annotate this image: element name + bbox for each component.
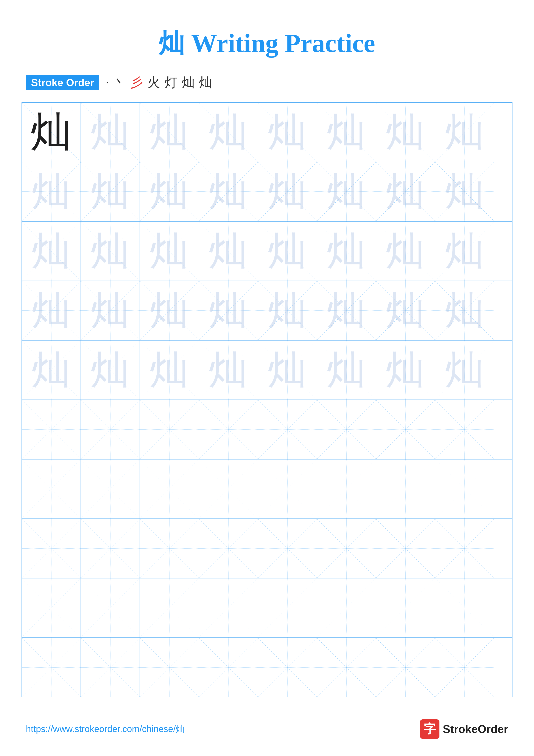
grid-cell[interactable]: 灿 (317, 340, 376, 399)
svg-line-52 (140, 281, 199, 340)
grid-cell[interactable]: 灿 (22, 281, 81, 340)
grid-cell[interactable] (376, 400, 435, 459)
grid-cell[interactable]: 灿 (81, 340, 140, 399)
svg-line-132 (140, 579, 199, 637)
grid-row: 灿灿灿灿灿灿灿灿 (22, 340, 512, 400)
grid-cell[interactable]: 灿 (199, 222, 258, 281)
grid-cell[interactable]: 灿 (140, 103, 199, 162)
grid-cell[interactable]: 灿 (258, 103, 317, 162)
grid-cell[interactable]: 灿 (376, 340, 435, 399)
svg-line-53 (140, 281, 199, 340)
grid-cell[interactable]: 灿 (258, 340, 317, 399)
grid-cell[interactable] (140, 519, 199, 578)
grid-cell[interactable] (199, 400, 258, 459)
grid-cell[interactable] (258, 638, 317, 697)
grid-cell[interactable]: 灿 (317, 103, 376, 162)
grid-cell[interactable] (22, 459, 81, 519)
grid-cell[interactable] (199, 638, 258, 697)
grid-cell[interactable] (376, 459, 435, 519)
grid-cell[interactable] (376, 519, 435, 578)
svg-line-134 (199, 579, 258, 637)
grid-cell[interactable]: 灿 (199, 281, 258, 340)
grid-cell[interactable] (435, 459, 494, 519)
grid-cell[interactable] (81, 519, 140, 578)
grid-cell[interactable] (140, 400, 199, 459)
grid-cell[interactable] (81, 579, 140, 637)
grid-cell[interactable]: 灿 (140, 162, 199, 221)
svg-line-59 (317, 281, 376, 340)
grid-cell[interactable]: 灿 (22, 103, 81, 162)
svg-line-114 (81, 519, 140, 578)
svg-line-6 (199, 103, 258, 161)
grid-cell[interactable] (435, 519, 494, 578)
grid-cell[interactable] (199, 459, 258, 519)
grid-cell[interactable]: 灿 (435, 103, 494, 162)
grid-cell[interactable] (376, 638, 435, 697)
grid-cell[interactable]: 灿 (22, 222, 81, 281)
grid-cell[interactable] (258, 400, 317, 459)
grid-cell[interactable] (317, 400, 376, 459)
grid-cell[interactable]: 灿 (435, 281, 494, 340)
svg-line-40 (258, 222, 317, 281)
grid-cell[interactable] (258, 519, 317, 578)
grid-cell[interactable]: 灿 (258, 281, 317, 340)
svg-line-12 (376, 103, 435, 161)
grid-cell[interactable] (435, 579, 494, 637)
grid-cell[interactable]: 灿 (22, 340, 81, 399)
grid-cell[interactable]: 灿 (435, 222, 494, 281)
grid-cell[interactable] (435, 400, 494, 459)
svg-line-151 (199, 638, 258, 697)
svg-line-63 (435, 281, 494, 340)
grid-cell[interactable]: 灿 (258, 222, 317, 281)
grid-cell[interactable]: 灿 (258, 162, 317, 221)
grid-cell[interactable]: 灿 (376, 222, 435, 281)
grid-cell[interactable] (199, 519, 258, 578)
grid-cell[interactable]: 灿 (199, 340, 258, 399)
grid-cell[interactable] (376, 579, 435, 637)
grid-cell[interactable]: 灿 (317, 281, 376, 340)
grid-cell[interactable] (22, 519, 81, 578)
grid-cell[interactable]: 灿 (376, 162, 435, 221)
svg-line-111 (435, 459, 494, 519)
grid-cell[interactable]: 灿 (435, 162, 494, 221)
grid-cell[interactable]: 灿 (317, 162, 376, 221)
grid-cell[interactable]: 灿 (317, 222, 376, 281)
grid-cell[interactable] (317, 638, 376, 697)
grid-cell[interactable] (140, 579, 199, 637)
grid-cell[interactable] (81, 459, 140, 519)
svg-line-47 (435, 222, 494, 281)
grid-cell[interactable] (140, 459, 199, 519)
grid-cell[interactable]: 灿 (81, 222, 140, 281)
grid-cell[interactable]: 灿 (22, 162, 81, 221)
grid-cell[interactable] (22, 400, 81, 459)
grid-cell[interactable] (435, 638, 494, 697)
grid-cell[interactable]: 灿 (81, 281, 140, 340)
grid-cell[interactable]: 灿 (199, 103, 258, 162)
grid-cell[interactable] (22, 638, 81, 697)
grid-cell[interactable]: 灿 (140, 340, 199, 399)
grid-cell[interactable] (22, 579, 81, 637)
grid-cell[interactable]: 灿 (376, 103, 435, 162)
grid-cell[interactable]: 灿 (140, 281, 199, 340)
footer-logo: 字 StrokeOrder (420, 719, 508, 739)
svg-line-107 (317, 460, 376, 518)
grid-cell[interactable]: 灿 (81, 103, 140, 162)
svg-line-100 (140, 460, 199, 518)
grid-cell[interactable] (199, 579, 258, 637)
grid-cell[interactable] (258, 459, 317, 519)
grid-cell[interactable]: 灿 (140, 222, 199, 281)
svg-line-74 (317, 341, 376, 399)
svg-line-2 (81, 103, 140, 161)
grid-cell[interactable] (317, 519, 376, 578)
grid-cell[interactable] (81, 638, 140, 697)
grid-cell[interactable]: 灿 (81, 162, 140, 221)
grid-cell[interactable]: 灿 (376, 281, 435, 340)
grid-cell[interactable] (81, 400, 140, 459)
grid-cell[interactable] (317, 459, 376, 519)
grid-cell[interactable] (258, 579, 317, 637)
grid-cell[interactable]: 灿 (199, 162, 258, 221)
grid-cell[interactable] (140, 638, 199, 697)
svg-line-110 (435, 459, 494, 519)
grid-cell[interactable] (317, 579, 376, 637)
grid-cell[interactable]: 灿 (435, 340, 494, 399)
